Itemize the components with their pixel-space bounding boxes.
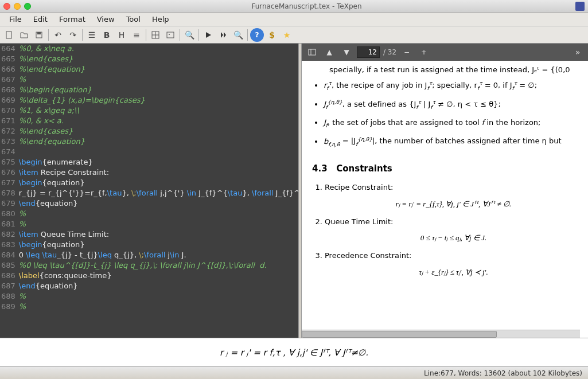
menu-file[interactable]: File	[3, 14, 28, 25]
svg-rect-0	[6, 32, 11, 38]
code-line[interactable]: \begin{equation}	[18, 240, 298, 250]
menu-edit[interactable]: Edit	[28, 14, 53, 25]
pdf-scrollbar-thumb[interactable]	[302, 331, 497, 338]
code-line[interactable]: %0 \leq \tau^{[d]}-t_{j} \leq q_{j},\; \…	[18, 260, 298, 271]
help-button[interactable]: ?	[250, 28, 264, 42]
image-button[interactable]	[163, 28, 177, 42]
line-number: 675	[1, 157, 15, 167]
pdf-sidebar-toggle-button[interactable]	[305, 45, 319, 59]
pdf-bullet: bf,η,θ = |Jf{η,θ}|, the number of batche…	[324, 135, 582, 149]
line-number: 689	[1, 302, 15, 312]
open-file-button[interactable]	[17, 28, 31, 42]
main-split: 6646656666676686696706716726736746756766…	[0, 44, 588, 338]
toolbar-separator	[198, 29, 199, 41]
minimize-window-button[interactable]	[14, 3, 21, 10]
code-line[interactable]: \label{cons:queue-time}	[18, 271, 298, 281]
code-line[interactable]: %1, & x\geq a;\\	[18, 106, 298, 116]
code-area[interactable]: %0, & x\neq a.%\end{cases}%\end{equation…	[18, 44, 298, 312]
line-number: 667	[1, 75, 15, 85]
pdf-toolbar: ▲ ▼ / 32 − + »	[302, 44, 588, 61]
editor-pane[interactable]: 6646656666676686696706716726736746756766…	[0, 44, 298, 338]
code-line[interactable]: \begin{enumerate}	[18, 157, 298, 167]
table-button[interactable]	[149, 28, 162, 42]
line-number: 678	[1, 188, 15, 198]
pdf-prev-page-button[interactable]: ▲	[322, 45, 336, 59]
menu-tool[interactable]: Tool	[120, 14, 146, 25]
close-window-button[interactable]	[3, 3, 10, 10]
pdf-list-item: Recipe Constraint: rⱼ = rⱼ' = r_{f,τ}, ∀…	[325, 182, 582, 210]
find-button[interactable]: 🔍	[231, 28, 245, 42]
code-line[interactable]: %	[18, 209, 298, 219]
title-bar: FurnaceManuscript.tex - TeXpen	[0, 0, 588, 13]
bold-button[interactable]: B	[100, 28, 114, 42]
compile-button[interactable]	[201, 28, 215, 42]
pdf-next-page-button[interactable]: ▼	[340, 45, 353, 59]
code-line[interactable]: 0 \leq \tau_{j} - t_{j}\leq q_{j}, \;\fo…	[18, 250, 298, 260]
code-line[interactable]: %	[18, 302, 298, 312]
pdf-list-item: Queue Time Limit: 0 ≤ τⱼ − tⱼ ≤ qⱼ, ∀j ∈…	[325, 216, 582, 245]
code-line[interactable]: \end{equation}	[18, 198, 298, 209]
line-number: 666	[1, 64, 15, 75]
line-number: 674	[1, 147, 15, 157]
window-controls	[3, 3, 31, 10]
code-line[interactable]: %0, & x\neq a.	[18, 44, 298, 54]
favorite-button[interactable]: ★	[280, 28, 294, 42]
code-line[interactable]: %	[18, 219, 298, 229]
undo-button[interactable]: ↶	[51, 28, 65, 42]
line-gutter: 6646656666676686696706716726736746756766…	[0, 44, 18, 312]
code-line[interactable]: %	[18, 75, 298, 85]
redo-button[interactable]: ↷	[66, 28, 80, 42]
save-file-button[interactable]	[32, 28, 46, 42]
toolbar-separator	[247, 29, 248, 41]
pdf-page-input[interactable]	[357, 46, 380, 58]
line-number: 665	[1, 54, 15, 64]
line-number: 679	[1, 198, 15, 209]
code-line[interactable]: %\end{cases}	[18, 126, 298, 136]
formula-preview-bar: r ⱼ = r ⱼ' = r f,τ , ∀ j,j' ∈ Jᶠᵀ, ∀ Jᶠᵀ…	[0, 338, 588, 366]
menu-view[interactable]: View	[91, 14, 120, 25]
code-line[interactable]: %0, & x< a.	[18, 116, 298, 126]
maximize-window-button[interactable]	[24, 3, 31, 10]
code-line[interactable]: %	[18, 291, 298, 302]
line-number: 670	[1, 106, 15, 116]
menu-format[interactable]: Format	[53, 14, 91, 25]
svg-rect-2	[37, 32, 41, 34]
pdf-zoom-out-button[interactable]: −	[400, 45, 414, 59]
code-line[interactable]: \end{equation}	[18, 281, 298, 291]
line-number: 673	[1, 136, 15, 147]
settings-button[interactable]: $	[265, 28, 279, 42]
svg-point-7	[169, 34, 170, 35]
code-line[interactable]: r_{j} = r_{j^{'}}=r_{f,\tau}, \;\forall …	[18, 188, 298, 198]
list-button[interactable]: ≡	[130, 28, 143, 42]
code-line[interactable]: %\end{equation}	[18, 136, 298, 147]
code-line[interactable]: %\end{cases}	[18, 54, 298, 64]
pdf-page[interactable]: specially, if a test run is assigned at …	[302, 61, 588, 338]
line-number: 664	[1, 44, 15, 54]
app-icon	[575, 2, 585, 11]
menu-help[interactable]: Help	[146, 14, 175, 25]
line-number: 669	[1, 95, 15, 106]
svg-rect-8	[309, 49, 316, 55]
code-line[interactable]: \item Queue Time Limit:	[18, 229, 298, 240]
code-line[interactable]: %\delta_{1} (x,a)=\begin{cases}	[18, 95, 298, 106]
code-line[interactable]: %\end{equation}	[18, 64, 298, 75]
zoom-button[interactable]: 🔍	[182, 28, 196, 42]
code-line[interactable]: \begin{equation}	[18, 178, 298, 188]
code-line[interactable]: \item Recipe Constraint:	[18, 167, 298, 178]
line-number: 686	[1, 271, 15, 281]
line-number: 684	[1, 250, 15, 260]
code-line[interactable]: %\begin{equation}	[18, 85, 298, 95]
status-bar: Line:677, Words: 13602 (about 102 Kiloby…	[0, 366, 588, 379]
outline-button[interactable]: ☰	[85, 28, 99, 42]
pdf-zoom-in-button[interactable]: +	[417, 45, 431, 59]
pdf-equation: rⱼ = rⱼ' = r_{f,τ}, ∀j, j' ∈ Jᶠᵗ, ∀Jᶠᵗ ≠…	[325, 198, 582, 210]
line-number: 681	[1, 219, 15, 229]
pdf-tools-button[interactable]: »	[571, 45, 585, 59]
heading-button[interactable]: H	[115, 28, 128, 42]
menu-bar: File Edit Format View Tool Help	[0, 13, 588, 26]
pdf-horizontal-scrollbar[interactable]	[302, 330, 580, 338]
toolbar-separator	[48, 29, 49, 41]
view-pdf-button[interactable]	[216, 28, 230, 42]
new-file-button[interactable]	[2, 28, 16, 42]
code-line[interactable]	[18, 147, 298, 157]
